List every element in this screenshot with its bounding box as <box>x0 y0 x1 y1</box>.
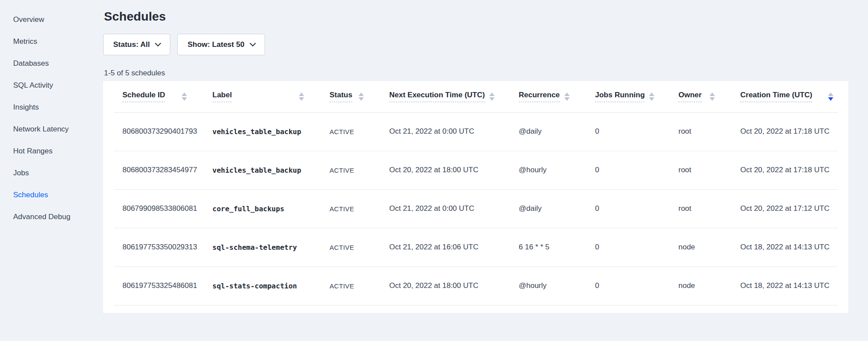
table-row: 806800373283454977 vehicles_table_backup… <box>114 151 838 189</box>
sort-icon[interactable] <box>299 92 304 101</box>
show-filter-dropdown[interactable]: Show: Latest 50 <box>177 34 265 55</box>
column-header-label[interactable]: Next Execution Time (UTC) <box>389 91 485 102</box>
cell-jobs-running: 0 <box>586 112 670 151</box>
column-header-recurrence[interactable]: Recurrence <box>510 81 586 112</box>
sort-icon[interactable] <box>649 92 654 101</box>
cell-schedule-id: 806197753350029313 <box>114 228 204 266</box>
column-header-schedule-id[interactable]: Schedule ID <box>114 81 204 112</box>
cell-recurrence: @daily <box>510 112 586 151</box>
cell-recurrence: @hourly <box>510 266 586 305</box>
sort-arrow-up-icon <box>649 92 654 96</box>
sort-icon[interactable] <box>710 92 715 101</box>
column-header-label[interactable]: Jobs Running <box>595 91 645 102</box>
sort-arrow-down-icon <box>649 97 654 101</box>
sort-icon[interactable] <box>489 92 495 101</box>
sidebar-item-label: Databases <box>13 59 49 68</box>
cell-label: vehicles_table_backup <box>204 112 321 151</box>
cell-status: ACTIVE <box>321 228 380 266</box>
table-header-row: Schedule ID Label Status Next Execu <box>114 81 838 112</box>
sidebar-item-overview[interactable]: Overview <box>0 9 103 31</box>
table-body: 806800373290401793 vehicles_table_backup… <box>114 112 838 305</box>
sort-arrow-up-icon <box>710 92 715 96</box>
sort-arrow-up-icon <box>828 92 833 96</box>
cell-owner: node <box>670 266 732 305</box>
show-filter-label: Show: Latest 50 <box>187 40 244 49</box>
sidebar-item-schedules[interactable]: Schedules <box>0 184 103 206</box>
chevron-down-icon <box>250 40 256 46</box>
cell-label: sql-schema-telemetry <box>204 228 321 266</box>
results-summary: 1-5 of 5 schedules <box>104 69 848 78</box>
sidebar-item-network-latency[interactable]: Network Latency <box>0 118 103 140</box>
sort-arrow-down-icon <box>710 97 715 101</box>
sidebar-item-label: Advanced Debug <box>13 213 70 221</box>
cell-creation-time: Oct 20, 2022 at 17:12 UTC <box>732 189 838 228</box>
sort-arrow-down-icon <box>359 97 364 101</box>
table-row: 806799098533806081 core_full_backups ACT… <box>114 189 838 228</box>
sort-arrow-up-icon <box>489 92 495 96</box>
cell-recurrence: @daily <box>510 189 586 228</box>
column-header-owner[interactable]: Owner <box>670 81 732 112</box>
column-header-label[interactable]: Label <box>212 91 232 102</box>
cell-owner: root <box>670 112 732 151</box>
cell-owner: node <box>670 228 732 266</box>
sidebar-item-insights[interactable]: Insights <box>0 96 103 118</box>
cell-schedule-id: 806800373283454977 <box>114 151 204 189</box>
schedules-table-card: Schedule ID Label Status Next Execu <box>103 81 848 313</box>
cell-creation-time: Oct 20, 2022 at 17:18 UTC <box>732 112 838 151</box>
sidebar-item-databases[interactable]: Databases <box>0 53 103 75</box>
sidebar-item-jobs[interactable]: Jobs <box>0 162 103 184</box>
sidebar-item-label: Jobs <box>13 169 29 178</box>
sort-arrow-up-icon <box>359 92 364 96</box>
sort-icon[interactable] <box>182 92 187 101</box>
column-header-next-execution-time-utc-[interactable]: Next Execution Time (UTC) <box>380 81 510 112</box>
cell-next-execution-time: Oct 21, 2022 at 0:00 UTC <box>380 112 510 151</box>
sidebar-item-hot-ranges[interactable]: Hot Ranges <box>0 140 103 162</box>
sidebar-item-label: Insights <box>13 103 39 112</box>
cell-owner: root <box>670 151 732 189</box>
cell-label: sql-stats-compaction <box>204 266 321 305</box>
sort-arrow-down-icon <box>828 97 833 101</box>
cell-status: ACTIVE <box>321 151 380 189</box>
sort-icon[interactable] <box>359 92 364 101</box>
column-header-label[interactable]: Creation Time (UTC) <box>740 91 812 102</box>
filter-bar: Status: All Show: Latest 50 <box>103 34 848 55</box>
cell-next-execution-time: Oct 21, 2022 at 16:06 UTC <box>380 228 510 266</box>
main-content: Schedules Status: All Show: Latest 50 1-… <box>103 0 848 313</box>
sort-arrow-up-icon <box>182 92 187 96</box>
cell-schedule-id: 806799098533806081 <box>114 189 204 228</box>
column-header-label[interactable]: Label <box>204 81 321 112</box>
table-row: 806800373290401793 vehicles_table_backup… <box>114 112 838 151</box>
status-filter-dropdown[interactable]: Status: All <box>103 34 170 55</box>
column-header-creation-time-utc-[interactable]: Creation Time (UTC) <box>732 81 838 112</box>
sidebar-item-label: SQL Activity <box>13 81 53 90</box>
column-header-status[interactable]: Status <box>321 81 380 112</box>
sidebar-item-label: Schedules <box>13 191 48 199</box>
sidebar-item-label: Hot Ranges <box>13 147 53 156</box>
cell-jobs-running: 0 <box>586 228 670 266</box>
column-header-label[interactable]: Owner <box>678 91 702 102</box>
sidebar-item-label: Metrics <box>13 37 37 46</box>
column-header-label[interactable]: Recurrence <box>519 91 560 102</box>
column-header-label[interactable]: Schedule ID <box>122 91 165 102</box>
column-header-jobs-running[interactable]: Jobs Running <box>586 81 670 112</box>
sort-icon[interactable] <box>564 92 570 101</box>
cell-jobs-running: 0 <box>586 266 670 305</box>
column-header-label[interactable]: Status <box>330 91 352 102</box>
sidebar-item-advanced-debug[interactable]: Advanced Debug <box>0 206 103 228</box>
sort-icon[interactable] <box>828 92 833 101</box>
cell-status: ACTIVE <box>321 266 380 305</box>
cell-next-execution-time: Oct 21, 2022 at 0:00 UTC <box>380 189 510 228</box>
sidebar-item-label: Network Latency <box>13 125 69 134</box>
cell-next-execution-time: Oct 20, 2022 at 18:00 UTC <box>380 266 510 305</box>
sort-arrow-down-icon <box>299 97 304 101</box>
sidebar-item-metrics[interactable]: Metrics <box>0 31 103 53</box>
chevron-down-icon <box>155 40 161 46</box>
sidebar-item-sql-activity[interactable]: SQL Activity <box>0 75 103 96</box>
page-title: Schedules <box>104 10 848 24</box>
cell-label: core_full_backups <box>204 189 321 228</box>
cell-label: vehicles_table_backup <box>204 151 321 189</box>
sidebar-item-label: Overview <box>13 15 44 24</box>
cell-owner: root <box>670 189 732 228</box>
cell-creation-time: Oct 18, 2022 at 14:13 UTC <box>732 228 838 266</box>
sort-arrow-up-icon <box>299 92 304 96</box>
